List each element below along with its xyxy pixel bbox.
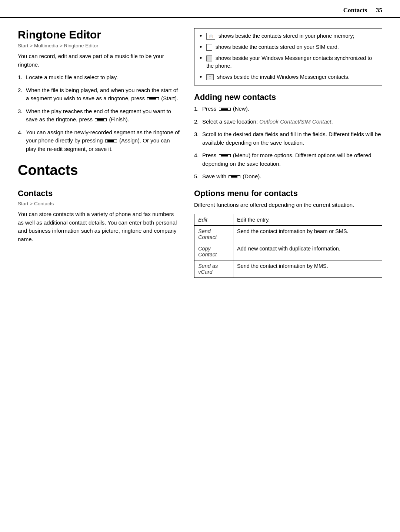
options-table: Edit Edit the entry. SendContact Send th… (194, 214, 382, 278)
start-button[interactable] (147, 97, 159, 100)
contacts-breadcrumb: Start > Contacts (18, 201, 181, 206)
table-row-edit: Edit Edit the entry. (194, 214, 382, 225)
content-area: Ringtone Editor Start > Multimedia > Rin… (0, 18, 400, 296)
bullet-item-4-text: shows beside the invalid Windows Messeng… (217, 74, 350, 80)
bullet-item-2-text: shows beside the contacts stored on your… (216, 44, 339, 50)
done-button[interactable] (229, 175, 240, 178)
table-cell-option-send: SendContact (194, 225, 233, 243)
header-page-num: 35 (376, 7, 382, 14)
ringtone-step-4: 4. You can assign the newly-recorded seg… (18, 128, 181, 154)
ringtone-step-2-text: When the file is being played, and when … (26, 86, 181, 103)
sim-card-icon (206, 44, 212, 51)
adding-step-3: 3. Scroll to the desired data fields and… (194, 130, 382, 147)
done-button-icon (231, 176, 237, 178)
bullet-item-3: • shows beside your Windows Messenger co… (200, 54, 377, 71)
adding-contacts-list: 1. Press (New). 2. Select a (194, 105, 382, 181)
adding-step-4: 4. Press (Menu) for more options. Differ… (194, 151, 382, 168)
ringtone-step-4-text: You can assign the newly-recorded segmen… (26, 128, 181, 154)
finish-button-icon (97, 119, 104, 121)
table-cell-option-edit: Edit (194, 214, 233, 225)
icons-bullet-box: • 📋 shows beside the contacts stored in … (194, 28, 382, 85)
options-menu-title: Options menu for contacts (194, 188, 382, 199)
section-divider (18, 183, 181, 183)
ringtone-step-1: 1. Locate a music file and select to pla… (18, 73, 181, 82)
adding-step-2: 2. Select a save location: Outlook Conta… (194, 118, 382, 126)
invalid-messenger-icon: □ (206, 74, 214, 80)
start-button-icon (149, 98, 156, 100)
table-row-copy-contact: CopyContact Add new contact with duplica… (194, 243, 382, 260)
table-cell-desc-copy: Add new contact with duplicate informati… (233, 243, 382, 260)
ringtone-step-3-text: When the play reaches the end of the seg… (26, 107, 181, 124)
contacts-sub-title: Contacts (18, 188, 181, 199)
options-menu-intro: Different functions are offered dependin… (194, 201, 382, 209)
table-cell-desc-edit: Edit the entry. (233, 214, 382, 225)
menu-button-icon (221, 155, 228, 156)
table-cell-option-copy: CopyContact (194, 243, 233, 260)
adding-contacts-section: Adding new contacts 1. Press (New). (194, 92, 382, 181)
header-title: Contacts (343, 7, 367, 14)
icons-bullet-list: • 📋 shows beside the contacts stored in … (200, 32, 377, 81)
new-button-icon (221, 108, 228, 110)
bullet-item-1: • 📋 shows beside the contacts stored in … (200, 32, 377, 40)
contacts-big-title: Contacts (18, 162, 181, 179)
table-cell-desc-vcard: Send the contact information by MMS. (233, 260, 382, 277)
ringtone-steps-list: 1. Locate a music file and select to pla… (18, 73, 181, 153)
new-button[interactable] (219, 108, 231, 111)
save-location-options: Outlook Contact/SIM Contact (259, 118, 331, 125)
ringtone-editor-section: Ringtone Editor Start > Multimedia > Rin… (18, 28, 181, 153)
left-column: Ringtone Editor Start > Multimedia > Rin… (18, 28, 181, 285)
page-container: Contacts 35 Ringtone Editor Start > Mult… (0, 0, 400, 532)
bullet-item-1-text: shows beside the contacts stored in your… (219, 33, 354, 39)
table-cell-desc-send: Send the contact information by beam or … (233, 225, 382, 243)
messenger-icon (206, 55, 212, 61)
ringtone-step-1-text: Locate a music file and select to play. (26, 73, 181, 82)
right-column: • 📋 shows beside the contacts stored in … (194, 28, 382, 285)
table-row-send-vcard: Send asvCard Send the contact informatio… (194, 260, 382, 277)
adding-step-5: 5. Save with (Done). (194, 172, 382, 181)
finish-button[interactable] (95, 118, 107, 121)
bullet-item-4: • □ shows beside the invalid Windows Mes… (200, 73, 377, 81)
adding-contacts-title: Adding new contacts (194, 92, 382, 103)
options-menu-section: Options menu for contacts Different func… (194, 188, 382, 278)
adding-step-1: 1. Press (New). (194, 105, 382, 113)
page-header: Contacts 35 (0, 0, 400, 18)
ringtone-editor-title: Ringtone Editor (18, 28, 181, 41)
assign-button[interactable] (105, 139, 117, 142)
bullet-item-2: • shows beside the contacts stored on yo… (200, 43, 377, 51)
ringtone-step-2: 2. When the file is being played, and wh… (18, 86, 181, 103)
ringtone-step-3: 3. When the play reaches the end of the … (18, 107, 181, 124)
contacts-main-section: Contacts Contacts Start > Contacts You c… (18, 162, 181, 243)
contacts-intro: You can store contacts with a variety of… (18, 210, 181, 243)
menu-button[interactable] (219, 154, 231, 157)
table-cell-option-vcard: Send asvCard (194, 260, 233, 277)
phone-memory-icon: 📋 (206, 33, 215, 40)
ringtone-breadcrumb: Start > Multimedia > Ringtone Editor (18, 43, 181, 48)
table-row-send-contact: SendContact Send the contact information… (194, 225, 382, 243)
assign-button-icon (107, 140, 114, 142)
ringtone-intro: You can record, edit and save part of a … (18, 52, 181, 69)
bullet-item-3-text: shows beside your Windows Messenger cont… (206, 55, 372, 69)
